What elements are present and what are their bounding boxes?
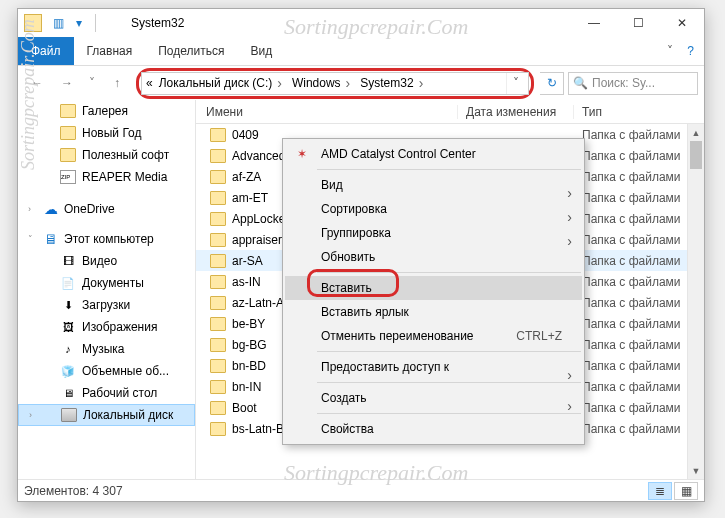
crumb-windows[interactable]: Windows (288, 75, 354, 91)
folder-icon (210, 128, 226, 142)
search-input[interactable]: 🔍 Поиск: Sy... (568, 72, 698, 95)
file-name: bn-BD (232, 359, 266, 373)
folder-icon (210, 296, 226, 310)
nav-item[interactable]: ›Локальный диск (18, 404, 195, 426)
minimize-button[interactable]: — (572, 9, 616, 37)
nav-label: Этот компьютер (64, 232, 154, 246)
help-icon[interactable]: ? (687, 44, 694, 58)
nav-item[interactable]: Новый Год (18, 122, 195, 144)
scroll-down-icon[interactable]: ▼ (688, 462, 704, 479)
nav-label: REAPER Media (82, 170, 167, 184)
titlebar: ▥ ▾ System32 — ☐ ✕ (18, 9, 704, 37)
nav-label: Рабочий стол (82, 386, 157, 400)
nav-label: OneDrive (64, 202, 115, 216)
ctx-group[interactable]: Группировка (285, 221, 582, 245)
ribbon-expand-icon[interactable]: ˅ (667, 44, 673, 58)
history-button[interactable]: ˅ (84, 70, 100, 96)
nav-label: Полезный софт (82, 148, 169, 162)
expand-icon[interactable]: › (29, 410, 32, 420)
crumb-system32[interactable]: System32 (356, 75, 427, 91)
nav-item[interactable]: Полезный софт (18, 144, 195, 166)
nav-label: Новый Год (82, 126, 141, 140)
forward-button[interactable]: → (54, 70, 80, 96)
nav-item[interactable]: ˅🖥Этот компьютер (18, 228, 195, 250)
col-date[interactable]: Дата изменения (458, 105, 574, 119)
ctx-grant-access[interactable]: Предоставить доступ к (285, 355, 582, 379)
nav-label: Документы (82, 276, 144, 290)
ctx-sort[interactable]: Сортировка (285, 197, 582, 221)
address-dropdown[interactable]: ˅ (506, 73, 524, 94)
file-name: AppLocker (232, 212, 289, 226)
ctx-properties[interactable]: Свойства (285, 417, 582, 441)
chevron-right-icon[interactable] (346, 75, 351, 91)
scroll-up-icon[interactable]: ▲ (688, 124, 704, 141)
scroll-thumb[interactable] (690, 141, 702, 169)
file-type: Папка с файлами (574, 317, 704, 331)
file-type: Папка с файлами (574, 380, 704, 394)
close-button[interactable]: ✕ (660, 9, 704, 37)
details-view-button[interactable]: ≣ (648, 482, 672, 500)
item-count: Элементов: 4 307 (24, 484, 123, 498)
col-type[interactable]: Тип (574, 105, 704, 119)
nav-item[interactable]: ⬇Загрузки (18, 294, 195, 316)
nav-item[interactable]: 🎞Видео (18, 250, 195, 272)
nav-item[interactable]: 🧊Объемные об... (18, 360, 195, 382)
column-headers[interactable]: Имени Дата изменения Тип (196, 100, 704, 124)
ctx-amd[interactable]: ✶ AMD Catalyst Control Center (285, 142, 582, 166)
chevron-right-icon[interactable] (277, 75, 282, 91)
nav-item[interactable]: Галерея (18, 100, 195, 122)
file-type: Папка с файлами (574, 422, 704, 436)
file-name: be-BY (232, 317, 265, 331)
nav-item[interactable]: 🖥Рабочий стол (18, 382, 195, 404)
chevron-right-icon[interactable] (419, 75, 424, 91)
icons-view-button[interactable]: ▦ (674, 482, 698, 500)
nav-label: Изображения (82, 320, 157, 334)
scrollbar[interactable]: ▲ ▼ (687, 124, 704, 479)
nav-item[interactable]: 📄Документы (18, 272, 195, 294)
expand-icon[interactable]: ˅ (28, 234, 33, 244)
navigation-pane[interactable]: ГалереяНовый ГодПолезный софтREAPER Medi… (18, 100, 196, 479)
folder-icon (210, 422, 226, 436)
file-type: Папка с файлами (574, 338, 704, 352)
folder-icon (210, 254, 226, 268)
crumb-drive[interactable]: Локальный диск (C:) (155, 75, 286, 91)
back-button[interactable]: ← (24, 70, 50, 96)
tab-file[interactable]: Файл (18, 37, 74, 65)
nav-item[interactable]: REAPER Media (18, 166, 195, 188)
quick-access-toolbar: ▥ ▾ (24, 14, 117, 32)
nav-label: Музыка (82, 342, 124, 356)
nav-item[interactable]: 🖼Изображения (18, 316, 195, 338)
nav-item[interactable]: ♪Музыка (18, 338, 195, 360)
ctx-undo-rename[interactable]: Отменить переименованиеCTRL+Z (285, 324, 582, 348)
ctx-view[interactable]: Вид (285, 173, 582, 197)
amd-icon: ✶ (293, 147, 311, 161)
refresh-button[interactable]: ↻ (540, 72, 564, 95)
maximize-button[interactable]: ☐ (616, 9, 660, 37)
nav-label: Видео (82, 254, 117, 268)
qat-btn[interactable]: ▥ (49, 14, 67, 32)
expand-icon[interactable]: › (28, 204, 31, 214)
tab-view[interactable]: Вид (237, 37, 285, 65)
file-name: 0409 (232, 128, 259, 142)
ctx-create[interactable]: Создать (285, 386, 582, 410)
ctx-paste-shortcut[interactable]: Вставить ярлык (285, 300, 582, 324)
up-button[interactable]: ↑ (104, 70, 130, 96)
folder-icon (210, 170, 226, 184)
col-name[interactable]: Имени (196, 105, 458, 119)
tab-home[interactable]: Главная (74, 37, 146, 65)
qat-btn[interactable]: ▾ (70, 14, 88, 32)
file-type: Папка с файлами (574, 359, 704, 373)
folder-icon (210, 317, 226, 331)
file-name: bg-BG (232, 338, 267, 352)
folder-icon (210, 191, 226, 205)
address-bar[interactable]: « Локальный диск (C:) Windows System32 ˅ (141, 72, 529, 95)
window-title: System32 (131, 16, 184, 30)
nav-item[interactable]: ›☁OneDrive (18, 198, 195, 220)
ctx-refresh[interactable]: Обновить (285, 245, 582, 269)
file-name: af-ZA (232, 170, 261, 184)
address-highlight: « Локальный диск (C:) Windows System32 ˅ (136, 68, 534, 99)
folder-icon (210, 359, 226, 373)
tab-share[interactable]: Поделиться (145, 37, 237, 65)
file-name: bn-IN (232, 380, 261, 394)
file-type: Папка с файлами (574, 275, 704, 289)
